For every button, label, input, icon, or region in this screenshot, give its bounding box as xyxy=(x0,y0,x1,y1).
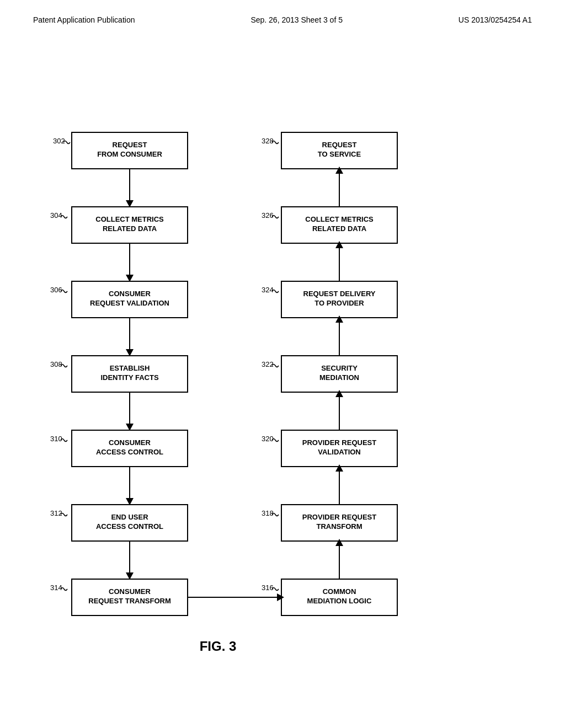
svg-text:316: 316 xyxy=(262,584,274,592)
svg-text:COLLECT METRICS: COLLECT METRICS xyxy=(95,215,164,223)
svg-text:REQUEST DELIVERY: REQUEST DELIVERY xyxy=(303,290,376,298)
header-left: Patent Application Publication xyxy=(33,15,135,24)
svg-text:308: 308 xyxy=(50,360,62,368)
svg-text:MEDIATION: MEDIATION xyxy=(319,373,359,382)
svg-text:IDENTITY FACTS: IDENTITY FACTS xyxy=(100,373,159,382)
svg-text:ACCESS CONTROL: ACCESS CONTROL xyxy=(96,522,163,531)
svg-text:310: 310 xyxy=(50,435,62,443)
svg-text:COLLECT METRICS: COLLECT METRICS xyxy=(305,215,374,223)
svg-text:FIG. 3: FIG. 3 xyxy=(200,639,237,654)
svg-text:312: 312 xyxy=(50,509,62,517)
svg-text:RELATED DATA: RELATED DATA xyxy=(103,224,157,233)
svg-text:TO SERVICE: TO SERVICE xyxy=(318,150,361,158)
svg-text:CONSUMER: CONSUMER xyxy=(109,438,151,447)
header-middle: Sep. 26, 2013 Sheet 3 of 5 xyxy=(250,15,343,24)
svg-text:RELATED DATA: RELATED DATA xyxy=(312,224,367,233)
svg-text:CONSUMER: CONSUMER xyxy=(109,290,151,298)
svg-text:314: 314 xyxy=(50,584,62,592)
svg-text:320: 320 xyxy=(262,435,274,443)
svg-text:REQUEST: REQUEST xyxy=(322,141,357,149)
svg-text:304: 304 xyxy=(50,211,62,220)
header: Patent Application Publication Sep. 26, … xyxy=(0,0,565,24)
svg-text:306: 306 xyxy=(50,286,62,294)
svg-text:302: 302 xyxy=(53,137,65,145)
svg-text:TRANSFORM: TRANSFORM xyxy=(316,522,362,531)
svg-text:PROVIDER REQUEST: PROVIDER REQUEST xyxy=(302,438,376,447)
svg-text:SECURITY: SECURITY xyxy=(321,364,358,372)
svg-text:END USER: END USER xyxy=(111,513,148,521)
svg-text:MEDIATION LOGIC: MEDIATION LOGIC xyxy=(307,597,372,605)
svg-text:FROM CONSUMER: FROM CONSUMER xyxy=(97,150,162,158)
svg-text:318: 318 xyxy=(262,509,274,517)
page: Patent Application Publication Sep. 26, … xyxy=(0,0,565,728)
svg-text:REQUEST TRANSFORM: REQUEST TRANSFORM xyxy=(88,597,171,605)
svg-text:REQUEST: REQUEST xyxy=(113,141,147,149)
svg-text:VALIDATION: VALIDATION xyxy=(318,448,361,456)
svg-text:REQUEST VALIDATION: REQUEST VALIDATION xyxy=(90,299,169,307)
svg-text:CONSUMER: CONSUMER xyxy=(109,587,151,596)
svg-text:PROVIDER REQUEST: PROVIDER REQUEST xyxy=(302,513,376,521)
header-right: US 2013/0254254 A1 xyxy=(459,15,532,24)
svg-text:322: 322 xyxy=(262,360,274,368)
svg-text:COMMON: COMMON xyxy=(323,587,356,596)
diagram: REQUEST FROM CONSUMER 302 COLLECT METRIC… xyxy=(0,61,565,711)
svg-text:328: 328 xyxy=(262,137,274,145)
svg-text:ESTABLISH: ESTABLISH xyxy=(110,364,150,372)
svg-text:TO PROVIDER: TO PROVIDER xyxy=(315,299,364,307)
svg-text:324: 324 xyxy=(262,286,274,294)
svg-text:326: 326 xyxy=(262,211,274,220)
svg-text:ACCESS CONTROL: ACCESS CONTROL xyxy=(96,448,163,456)
